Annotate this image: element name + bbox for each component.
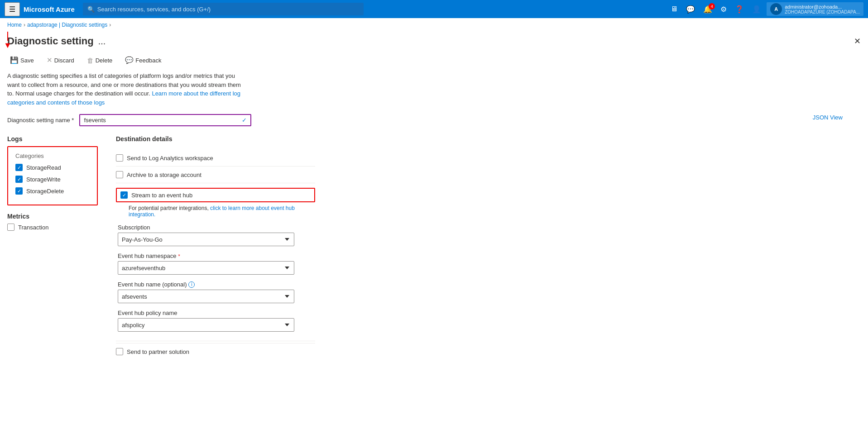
namespace-required: *: [178, 253, 180, 259]
user-menu[interactable]: A administrator@zohoada... ZOHOADAPAZURE…: [767, 2, 863, 16]
archive-storage-checkbox[interactable]: [116, 171, 123, 178]
help-icon: ❓: [735, 5, 744, 13]
discard-icon: ✕: [47, 56, 53, 64]
delete-label: Delete: [96, 57, 113, 64]
transaction-label: Transaction: [18, 224, 48, 231]
breadcrumb-sep-1: ›: [24, 22, 25, 28]
hub-name-info-icon[interactable]: i: [188, 281, 195, 288]
hub-name-label: Event hub name (optional) i: [118, 281, 315, 288]
namespace-label: Event hub namespace *: [118, 252, 315, 259]
feedback-label: Feedback: [135, 57, 161, 64]
delete-icon: 🗑: [87, 57, 94, 64]
topnav-icons: 🖥 💬 🔔 4 ⚙ ❓ 👤 A administrator@zohoada...…: [668, 2, 863, 16]
storagedelete-label: StorageDelete: [26, 188, 64, 195]
breadcrumb-sep-2: ›: [109, 22, 111, 28]
diag-name-input-wrap: ✓: [79, 114, 251, 126]
toolbar: 💾 Save ✕ Discard 🗑 Delete 💬 Feedback: [7, 52, 861, 71]
breadcrumb-home[interactable]: Home: [7, 22, 22, 28]
json-view-link[interactable]: JSON View: [813, 114, 843, 121]
hamburger-button[interactable]: ☰: [5, 2, 20, 16]
settings-button[interactable]: ⚙: [718, 3, 729, 15]
storagewrite-checkbox[interactable]: [15, 176, 23, 183]
transaction-checkbox[interactable]: [7, 224, 14, 231]
categories-box: Categories StorageRead StorageWrite Stor…: [7, 146, 98, 205]
archive-storage-label: Archive to a storage account: [127, 172, 201, 178]
metrics-heading: Metrics: [7, 213, 98, 220]
close-button[interactable]: ✕: [854, 36, 861, 46]
event-hub-note: For potential partner integrations, clic…: [129, 205, 315, 218]
search-input[interactable]: [97, 6, 359, 13]
namespace-group: Event hub namespace * azurefseventhub: [118, 252, 315, 275]
search-bar: 🔍: [83, 3, 364, 15]
discard-label: Discard: [54, 57, 74, 64]
policy-label: Event hub policy name: [118, 310, 315, 316]
subscription-label: Subscription: [118, 224, 315, 231]
user-info: administrator@zohoada... ZOHOADAPAZURE (…: [785, 4, 860, 14]
notifications-button[interactable]: 🔔 4: [700, 3, 715, 15]
dest-event-hub-section: Stream to an event hub For potential par…: [116, 183, 315, 341]
partner-solution-checkbox[interactable]: [116, 348, 123, 355]
user-feedback-button[interactable]: 👤: [749, 3, 764, 15]
event-hub-checkbox[interactable]: [120, 191, 128, 199]
logs-section: Logs Categories StorageRead StorageWrite…: [7, 135, 98, 235]
page-more-button[interactable]: ...: [98, 36, 106, 47]
hub-name-select[interactable]: afsevents: [118, 290, 294, 303]
event-hub-option: Stream to an event hub: [116, 188, 315, 202]
discard-button[interactable]: ✕ Discard: [44, 54, 77, 66]
dest-archive-storage: Archive to a storage account: [116, 167, 315, 183]
feedback-topnav-button[interactable]: 💬: [683, 3, 698, 15]
help-button[interactable]: ❓: [732, 3, 747, 15]
event-hub-note-text: For potential partner integrations,: [129, 205, 209, 211]
diag-name-row: Diagnostic setting name * ✓: [7, 114, 861, 126]
logs-heading: Logs: [7, 135, 98, 143]
metrics-section: Metrics Transaction: [7, 213, 98, 231]
feedback-button[interactable]: 💬 Feedback: [122, 54, 164, 66]
event-hub-details: For potential partner integrations, clic…: [116, 205, 315, 332]
diag-name-label: Diagnostic setting name *: [7, 117, 74, 124]
dest-partner-solution: Send to partner solution: [116, 343, 315, 360]
diag-name-check-icon: ✓: [238, 117, 250, 124]
log-item-storageread: StorageRead: [15, 164, 90, 171]
subscription-select[interactable]: Pay-As-You-Go: [118, 233, 294, 246]
log-analytics-label: Send to Log Analytics workspace: [127, 155, 213, 162]
description-text: A diagnostic setting specifies a list of…: [7, 71, 243, 107]
hub-name-label-text: Event hub name (optional): [118, 281, 187, 288]
user-subscription: ZOHOADAPAZURE (ZOHOADAPA...: [785, 10, 860, 14]
categories-title: Categories: [15, 152, 90, 159]
log-item-storagewrite: StorageWrite: [15, 176, 90, 183]
user-feedback-icon: 👤: [752, 5, 761, 13]
storageread-label: StorageRead: [26, 164, 61, 171]
hub-name-group: Event hub name (optional) i afsevents: [118, 281, 315, 303]
namespace-select[interactable]: azurefseventhub: [118, 261, 294, 275]
event-hub-label: Stream to an event hub: [131, 192, 192, 199]
dest-log-analytics: Send to Log Analytics workspace: [116, 150, 315, 167]
breadcrumb-adapstorage[interactable]: adapstorage | Diagnostic settings: [27, 22, 107, 28]
storagewrite-label: StorageWrite: [26, 176, 61, 183]
subscription-group: Subscription Pay-As-You-Go: [118, 224, 315, 246]
content-columns: Logs Categories StorageRead StorageWrite…: [7, 135, 861, 360]
policy-select[interactable]: afspolicy: [118, 318, 294, 332]
storageread-checkbox[interactable]: [15, 164, 23, 171]
user-name: administrator@zohoada...: [785, 4, 860, 10]
brand-label: Microsoft Azure: [24, 5, 75, 13]
breadcrumb: Home › adapstorage | Diagnostic settings…: [0, 18, 868, 32]
diag-name-input[interactable]: [80, 115, 238, 125]
destination-section: Destination details Send to Log Analytic…: [116, 135, 315, 360]
avatar: A: [770, 3, 782, 15]
storagedelete-checkbox[interactable]: [15, 187, 23, 195]
save-button[interactable]: 💾 Save: [7, 54, 37, 66]
feedback-icon-toolbar: 💬: [125, 56, 134, 64]
cloud-shell-button[interactable]: 🖥: [668, 3, 681, 15]
log-item-storagedelete: StorageDelete: [15, 187, 90, 195]
metric-item-transaction: Transaction: [7, 224, 98, 231]
description-area: A diagnostic setting specifies a list of…: [7, 71, 861, 107]
page-header: Diagnostic setting ... ✕: [7, 32, 861, 52]
partner-solution-label: Send to partner solution: [127, 348, 189, 355]
delete-button[interactable]: 🗑 Delete: [84, 55, 115, 66]
topnav: ☰ Microsoft Azure 🔍 🖥 💬 🔔 4 ⚙ ❓ 👤 A admi…: [0, 0, 868, 18]
log-analytics-checkbox[interactable]: [116, 154, 123, 162]
save-icon: 💾: [10, 56, 19, 64]
policy-group: Event hub policy name afspolicy: [118, 310, 315, 332]
page-title: Diagnostic setting: [7, 35, 94, 47]
namespace-label-text: Event hub namespace: [118, 252, 176, 259]
